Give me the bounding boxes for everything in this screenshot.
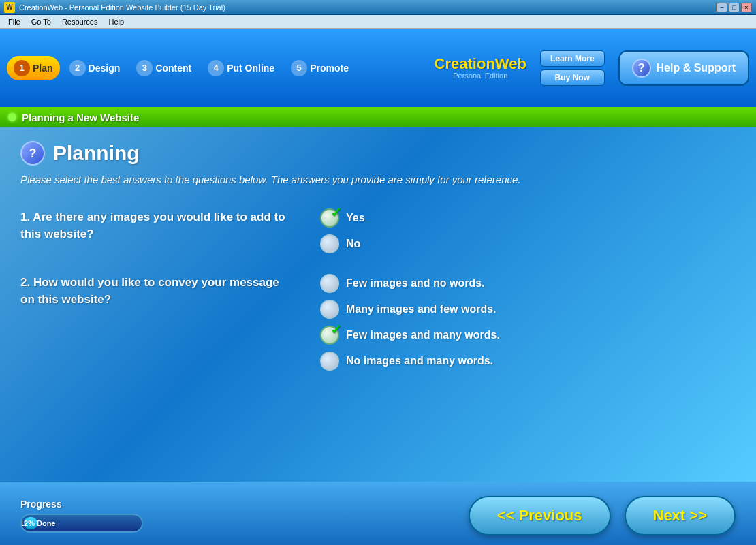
option-q1-no[interactable]: No [320,234,365,253]
navbar: 1 Plan 2 Design 3 Content 4 Put Online 5… [0,29,756,107]
option-q2-many-images-few-words[interactable]: Many images and few words. [320,300,500,319]
step-label-content: Content [155,63,191,74]
option-q2-few-images-no-words[interactable]: Few images and no words. [320,274,500,293]
progress-bar-container: 12% Done [20,514,143,533]
option-q2-no-images-many-words[interactable]: No images and many words. [320,352,500,371]
step-num-1: 1 [14,60,30,76]
option-q1-yes-label: Yes [346,212,365,224]
minimize-button[interactable]: – [716,3,727,12]
radio-q2-opt4[interactable] [320,352,339,371]
step-label-design: Design [89,63,121,74]
app-icon: W [4,2,15,13]
brand-area: CreationWeb Personal Edition [435,57,526,80]
option-q2-opt2-label: Many images and few words. [346,303,497,315]
brand-part1: Creation [435,55,495,72]
step-num-2: 2 [69,60,86,76]
green-bar: Planning a New Website [0,107,756,127]
question-2-row: 2. How would you like to convey your mes… [20,274,736,371]
checkmark-icon-2: ✓ [330,322,342,338]
green-bar-text: Planning a New Website [22,112,139,123]
question-2-options: Few images and no words. Many images and… [320,274,500,371]
help-badge-icon: ? [20,141,45,166]
step-label-putonline: Put Online [227,63,274,74]
window-controls[interactable]: – □ × [716,3,752,12]
help-support-button[interactable]: ? Help & Support [618,50,749,86]
nav-buttons: << Previous Next >> [469,496,736,535]
question-1-row: 1. Are there any images you would like t… [20,208,736,253]
step-label-plan: Plan [33,63,53,74]
progress-bar-fill: 12% Done [24,517,37,529]
window-title: CreationWeb - Personal Edition Website B… [19,3,716,12]
learn-more-button[interactable]: Learn More [540,50,605,67]
planning-title: Planning [53,142,140,165]
help-support-label: Help & Support [657,62,736,74]
progress-section: Progress 12% Done [20,499,143,533]
radio-q2-opt1[interactable] [320,274,339,293]
titlebar: W CreationWeb - Personal Edition Website… [0,0,756,15]
nav-step-content[interactable]: 3 Content [129,56,198,80]
question-2-text: 2. How would you like to convey your mes… [20,274,293,309]
step-num-4: 4 [208,60,224,76]
green-bar-dot [8,113,16,121]
nav-step-putonline[interactable]: 4 Put Online [201,56,281,80]
checkmark-icon: ✓ [330,204,342,221]
option-q1-yes[interactable]: ✓ Yes [320,208,365,228]
top-buttons: Learn More Buy Now [540,50,605,86]
nav-step-promote[interactable]: 5 Promote [284,56,356,80]
previous-button[interactable]: << Previous [469,496,611,535]
radio-q1-no[interactable] [320,234,339,253]
close-button[interactable]: × [741,3,752,12]
bottom-bar: Progress 12% Done << Previous Next >> [0,482,756,545]
radio-q2-opt2[interactable] [320,300,339,319]
main-content: ? Planning Please select the best answer… [0,127,756,482]
nav-step-plan[interactable]: 1 Plan [7,56,60,80]
nav-step-design[interactable]: 2 Design [63,56,127,80]
instructions-text: Please select the best answers to the qu… [20,172,736,188]
option-q1-no-label: No [346,238,360,250]
maximize-button[interactable]: □ [729,3,740,12]
question-1-options: ✓ Yes No [320,208,365,253]
step-num-3: 3 [136,60,153,76]
menu-goto[interactable]: Go To [26,15,57,28]
brand-name: CreationWeb [435,57,526,72]
question-1-text: 1. Are there any images you would like t… [20,208,293,243]
planning-header: ? Planning [20,141,736,166]
buy-now-button[interactable]: Buy Now [540,69,605,86]
nav-steps: 1 Plan 2 Design 3 Content 4 Put Online 5… [7,56,428,80]
step-num-5: 5 [291,60,307,76]
menubar: File Go To Resources Help [0,15,756,29]
brand-edition: Personal Edition [453,72,507,80]
brand-part2: Web [495,55,526,72]
help-icon: ? [632,59,651,78]
option-q2-few-images-many-words[interactable]: ✓ Few images and many words. [320,326,500,345]
option-q2-opt3-label: Few images and many words. [346,329,500,341]
option-q2-opt4-label: No images and many words. [346,355,493,367]
menu-help[interactable]: Help [103,15,129,28]
progress-label: Progress [20,499,143,510]
progress-text: 12% Done [20,519,55,527]
radio-q1-yes[interactable]: ✓ [320,208,339,228]
next-button[interactable]: Next >> [625,496,736,535]
step-label-promote: Promote [310,63,349,74]
menu-resources[interactable]: Resources [57,15,104,28]
menu-file[interactable]: File [3,15,26,28]
option-q2-opt1-label: Few images and no words. [346,277,485,290]
radio-q2-opt3[interactable]: ✓ [320,326,339,345]
